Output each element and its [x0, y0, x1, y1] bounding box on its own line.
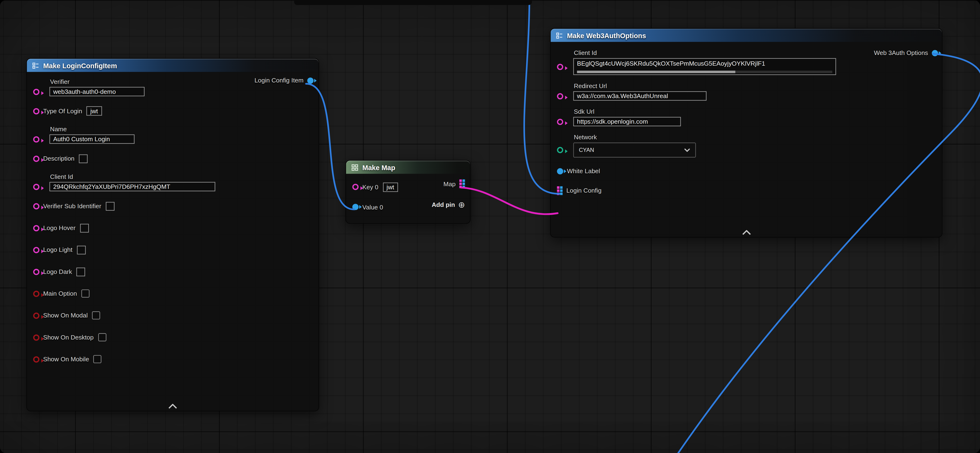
description-pin[interactable]: [33, 155, 39, 162]
add-pin-label: Add pin: [432, 201, 455, 208]
logo-light-pin[interactable]: [33, 247, 39, 253]
description-row: Description: [27, 147, 318, 169]
output-pin-label: Login Config Item: [255, 77, 304, 84]
show-on-mobile-pin[interactable]: [33, 356, 39, 362]
show-on-mobile-row: Show On Mobile: [27, 348, 318, 370]
collapse-node-button[interactable]: [742, 230, 751, 235]
pin-label: Key 0: [363, 184, 378, 190]
output-pin-label: Map: [444, 180, 456, 187]
value-0-pin[interactable]: [352, 204, 359, 210]
pin-label: Verifier Sub Identifier: [43, 203, 101, 209]
input-scrollbar[interactable]: [577, 71, 832, 73]
logo-dark-input[interactable]: [76, 267, 85, 276]
pin-label: Show On Desktop: [43, 334, 94, 341]
node-header[interactable]: Make LoginConfigItem: [27, 59, 318, 72]
show-on-mobile-checkbox[interactable]: [94, 355, 102, 363]
add-pin-button[interactable]: Add pin ⊕: [432, 201, 465, 209]
pin-label: Show On Mobile: [43, 356, 89, 363]
blueprint-graph-canvas[interactable]: Make LoginConfigItem Login Config Item V…: [0, 0, 980, 453]
pin-label: Description: [43, 155, 75, 162]
redirect-url-input[interactable]: w3a://com.w3a.Web3AuthUnreal: [573, 91, 706, 101]
network-pin[interactable]: [557, 147, 563, 153]
pin-label: Network: [574, 134, 696, 141]
node-header[interactable]: Make Web3AuthOptions: [551, 29, 942, 42]
client-id-field: Client Id 294QRkchfq2YaXUbPri7D6PH7xzHgQ…: [27, 169, 318, 195]
make-struct-icon: [32, 62, 40, 69]
output-pin-row: Login Config Item: [255, 77, 313, 84]
white-label-row: White Label: [551, 162, 942, 181]
pin-label: Client Id: [574, 49, 836, 56]
sdk-url-pin[interactable]: [557, 119, 563, 125]
name-input[interactable]: Auth0 Custom Login: [49, 134, 134, 144]
white-label-pin[interactable]: [557, 168, 563, 174]
logo-light-input[interactable]: [77, 246, 86, 254]
login-config-row: Login Config: [551, 181, 942, 200]
node-body: Verifier web3auth-auth0-demo Type Of Log…: [27, 72, 318, 370]
type-of-login-pin[interactable]: [33, 108, 39, 114]
verifier-input[interactable]: web3auth-auth0-demo: [49, 87, 145, 97]
logo-dark-row: Logo Dark: [27, 261, 318, 282]
node-make-map[interactable]: Make Map Key 0 jwt Value 0 Map Add pin ⊕: [345, 160, 471, 224]
pin-label: Type Of Login: [43, 108, 82, 114]
verifier-sub-identifier-input[interactable]: [105, 202, 114, 211]
logo-dark-pin[interactable]: [33, 268, 39, 275]
verifier-sub-identifier-row: Verifier Sub Identifier: [27, 195, 318, 217]
make-struct-icon: [556, 32, 563, 39]
chevron-down-icon: [684, 148, 690, 152]
description-input[interactable]: [79, 154, 88, 163]
verifier-pin[interactable]: [33, 89, 39, 95]
pin-label: Main Option: [43, 290, 77, 297]
show-on-modal-checkbox[interactable]: [92, 311, 100, 319]
sdk-url-input[interactable]: https://sdk.openlogin.com: [573, 117, 681, 126]
show-on-desktop-pin[interactable]: [33, 334, 39, 340]
logo-hover-pin[interactable]: [33, 225, 39, 231]
verifier-sub-identifier-pin[interactable]: [33, 203, 39, 209]
show-on-modal-row: Show On Modal: [27, 304, 318, 326]
show-on-desktop-checkbox[interactable]: [98, 333, 106, 341]
client-id-pin[interactable]: [557, 63, 563, 70]
pin-label: Value 0: [363, 204, 383, 211]
network-field: Network CYAN: [551, 130, 942, 162]
show-on-desktop-row: Show On Desktop: [27, 326, 318, 348]
pin-label: White Label: [567, 168, 600, 174]
type-of-login-input[interactable]: jwt: [87, 106, 102, 116]
main-option-pin[interactable]: [33, 290, 39, 297]
make-map-icon: [351, 163, 359, 171]
node-title: Make Map: [363, 163, 395, 171]
pin-label: Name: [50, 125, 134, 132]
key-0-pin[interactable]: [352, 184, 359, 190]
pin-label: Verifier: [50, 78, 145, 85]
pin-label: Logo Dark: [43, 268, 72, 275]
show-on-modal-pin[interactable]: [33, 312, 39, 318]
node-make-loginconfigitem[interactable]: Make LoginConfigItem Login Config Item V…: [26, 58, 319, 411]
map-output-row: Map: [444, 179, 465, 188]
node-make-web3authoptions[interactable]: Make Web3AuthOptions Web 3Auth Options C…: [550, 28, 942, 238]
login-config-map-pin[interactable]: [557, 186, 563, 195]
key-0-input[interactable]: jwt: [383, 182, 398, 192]
output-pin-row: Web 3Auth Options: [874, 49, 938, 56]
network-dropdown[interactable]: CYAN: [573, 143, 696, 158]
pin-label: Sdk Url: [574, 108, 681, 115]
collapse-node-button[interactable]: [169, 404, 177, 409]
name-pin[interactable]: [33, 136, 39, 142]
node-header[interactable]: Make Map: [346, 161, 470, 174]
login-config-item-output-pin[interactable]: [307, 77, 313, 83]
wire-map-to-loginconfig: [461, 188, 558, 214]
pin-label: Logo Light: [43, 246, 72, 253]
name-field: Name Auth0 Custom Login: [27, 122, 318, 147]
pin-label: Login Config: [566, 187, 601, 194]
map-output-pin[interactable]: [460, 179, 465, 188]
client-id-pin[interactable]: [33, 184, 39, 190]
network-dropdown-value: CYAN: [579, 147, 594, 153]
logo-hover-input[interactable]: [80, 223, 89, 232]
redirect-url-field: Redirect Url w3a://com.w3a.Web3AuthUnrea…: [551, 79, 942, 104]
type-of-login-row: Type Of Login jwt: [27, 100, 318, 122]
client-id-input[interactable]: 294QRkchfq2YaXUbPri7D6PH7xzHgQMT: [49, 182, 215, 192]
main-option-checkbox[interactable]: [81, 290, 89, 298]
pin-label: Client Id: [50, 173, 215, 180]
client-id-input[interactable]: BEglQSgt4cUWcj6SKRdu5QkOXTsePmMcusG5EAoy…: [573, 58, 836, 75]
output-pin-label: Web 3Auth Options: [874, 49, 928, 56]
web3auth-options-output-pin[interactable]: [932, 50, 938, 56]
redirect-url-pin[interactable]: [557, 93, 563, 99]
logo-light-row: Logo Light: [27, 239, 318, 261]
